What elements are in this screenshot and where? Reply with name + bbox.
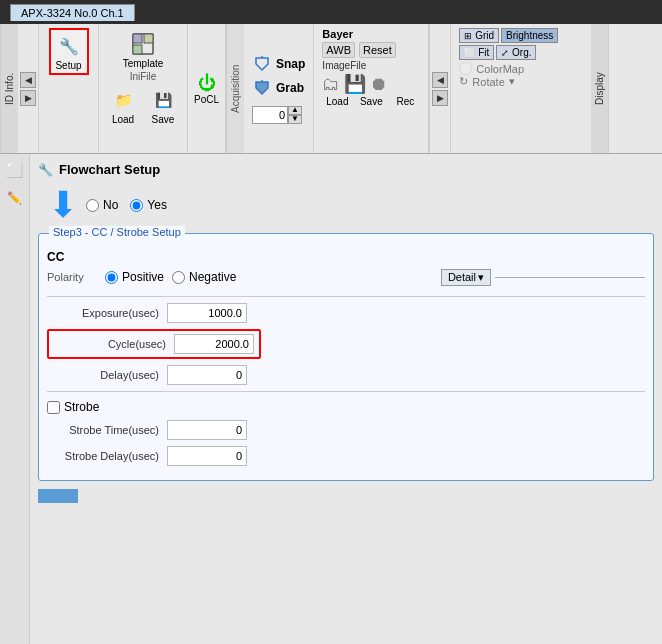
- rec-icon: ⏺: [370, 74, 388, 95]
- save2-label: Save: [356, 96, 386, 107]
- brightness-button[interactable]: Brightness: [501, 28, 558, 43]
- delay-row: Delay(usec): [47, 365, 645, 385]
- flowchart-wrench-icon: 🔧: [38, 163, 53, 177]
- grid-label: Grid: [475, 30, 494, 41]
- detail-label: Detail: [448, 271, 476, 283]
- template-label: Template: [123, 58, 164, 69]
- no-label: No: [103, 198, 118, 212]
- template-icon: [129, 30, 157, 58]
- yes-no-row: No Yes: [86, 198, 167, 212]
- grid-brightness-row: ⊞ Grid Brightness: [459, 28, 583, 43]
- detail-group: Detail ▾: [441, 269, 645, 286]
- positive-radio-group: Positive: [105, 270, 164, 284]
- grid-icon: ⊞: [464, 31, 472, 41]
- no-radio[interactable]: [86, 199, 99, 212]
- pocl-icon: ⏻: [198, 73, 216, 94]
- fit-org-row: ⬜ Fit ⤢ Org.: [459, 45, 583, 60]
- wrench-icon: 🔧: [55, 32, 83, 60]
- acquisition-label: Acquisition: [226, 24, 244, 153]
- yes-label: Yes: [147, 198, 167, 212]
- org-label: Org.: [512, 47, 531, 58]
- strobe-time-row: Strobe Time(usec): [47, 420, 645, 440]
- yes-no-section: ⬇ No Yes: [38, 187, 654, 223]
- save-button[interactable]: 💾 Save: [145, 84, 181, 127]
- bottom-tab[interactable]: [38, 489, 78, 503]
- main-content: ⬜ ✏️ 🔧 Flowchart Setup ⬇ No Yes: [0, 154, 662, 644]
- exposure-label: Exposure(usec): [47, 307, 167, 319]
- detail-button[interactable]: Detail ▾: [441, 269, 491, 286]
- pencil-icon-btn[interactable]: ✏️: [3, 186, 27, 210]
- setup-group: 🔧 Setup: [39, 24, 99, 153]
- window-tab[interactable]: APX-3324 No.0 Ch.1: [10, 4, 135, 21]
- svg-marker-6: [256, 82, 268, 94]
- load-button[interactable]: 📁 Load: [105, 84, 141, 127]
- detail-line: [495, 277, 645, 278]
- counter-input[interactable]: [252, 106, 288, 124]
- display-nav-left[interactable]: ◀: [432, 72, 448, 88]
- content-panel: 🔧 Flowchart Setup ⬇ No Yes Step3 - CC / …: [30, 154, 662, 644]
- awb-button[interactable]: AWB: [322, 42, 355, 58]
- colormap-row: ColorMap: [459, 62, 583, 75]
- reset-button[interactable]: Reset: [359, 42, 396, 58]
- save-label: Save: [152, 114, 175, 125]
- negative-radio[interactable]: [172, 271, 185, 284]
- template-button[interactable]: Template: [119, 28, 168, 71]
- positive-label: Positive: [122, 270, 164, 284]
- grab-icon: [252, 78, 272, 98]
- imagefile-icon: 🗂: [322, 74, 340, 95]
- counter-down[interactable]: ▼: [288, 115, 302, 124]
- load2-label: Load: [322, 96, 352, 107]
- flowchart-header: 🔧 Flowchart Setup: [38, 162, 654, 177]
- fit-button[interactable]: ⬜ Fit: [459, 45, 494, 60]
- snap-button[interactable]: Snap: [252, 54, 305, 74]
- left-icon-bar: ⬜ ✏️: [0, 154, 30, 644]
- snap-label: Snap: [276, 57, 305, 71]
- imagefile-label: ImageFile: [322, 60, 420, 71]
- negative-label: Negative: [189, 270, 236, 284]
- counter-spinners: ▲ ▼: [288, 106, 302, 124]
- cycle-label: Cycle(usec): [54, 338, 174, 350]
- setup-button[interactable]: 🔧 Setup: [49, 28, 89, 75]
- fit-icon: ⬜: [464, 48, 475, 58]
- save-icon: 💾: [149, 86, 177, 114]
- snap-icon: [252, 54, 272, 74]
- brightness-label: Brightness: [506, 30, 553, 41]
- expand-icon: ⤢: [501, 48, 509, 58]
- yes-radio-group: Yes: [130, 198, 167, 212]
- positive-radio[interactable]: [105, 271, 118, 284]
- grab-button[interactable]: Grab: [252, 78, 305, 98]
- cycle-row-highlight: Cycle(usec): [47, 329, 261, 359]
- nav-right-arrow[interactable]: ▶: [20, 90, 36, 106]
- rotate-row: ↻ Rotate ▾: [459, 75, 583, 88]
- svg-rect-3: [133, 45, 142, 54]
- cc-title: CC: [47, 250, 645, 264]
- square-icon-btn[interactable]: ⬜: [3, 158, 27, 182]
- inifile-label: IniFile: [130, 71, 157, 82]
- nav-left-arrow[interactable]: ◀: [20, 72, 36, 88]
- strobe-time-input[interactable]: [167, 420, 247, 440]
- cycle-input[interactable]: [174, 334, 254, 354]
- exposure-input[interactable]: [167, 303, 247, 323]
- grid-button[interactable]: ⊞ Grid: [459, 28, 499, 43]
- down-arrow: ⬇: [48, 187, 78, 223]
- negative-radio-group: Negative: [172, 270, 236, 284]
- detail-chevron: ▾: [478, 271, 484, 284]
- exposure-row: Exposure(usec): [47, 303, 645, 323]
- toolbar-area: ID Info. ◀ ▶ 🔧 Setup Template IniFile: [0, 24, 662, 154]
- strobe-checkbox[interactable]: [47, 401, 60, 414]
- flowchart-title: Flowchart Setup: [59, 162, 160, 177]
- strobe-delay-row: Strobe Delay(usec): [47, 446, 645, 466]
- cc-section: CC Polarity Positive Negative: [47, 250, 645, 466]
- step3-legend: Step3 - CC / Strobe Setup: [49, 226, 185, 238]
- load-label: Load: [112, 114, 134, 125]
- bayer-group: Bayer AWB Reset ImageFile 🗂 💾 ⏺ Load Sav…: [314, 24, 429, 153]
- divider-1: [47, 296, 645, 297]
- strobe-delay-input[interactable]: [167, 446, 247, 466]
- display-nav-right[interactable]: ▶: [432, 90, 448, 106]
- delay-input[interactable]: [167, 365, 247, 385]
- colormap-radio[interactable]: [459, 62, 472, 75]
- svg-rect-1: [133, 34, 142, 43]
- polarity-detail-row: Polarity Positive Negative Detail: [47, 270, 645, 284]
- org-button[interactable]: ⤢ Org.: [496, 45, 536, 60]
- yes-radio[interactable]: [130, 199, 143, 212]
